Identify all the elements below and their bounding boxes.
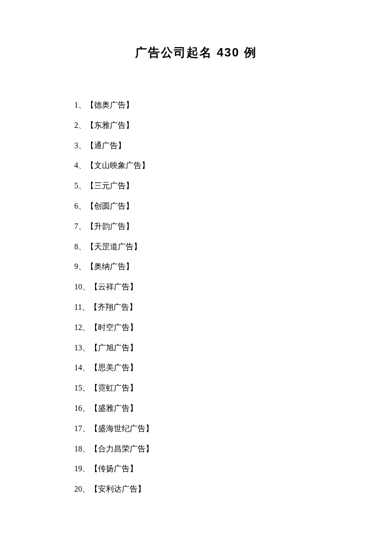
list-item: 8、【天罡道广告】 [74,237,318,257]
list-item: 10、【云祥广告】 [74,277,318,297]
list-item: 13、【广旭广告】 [74,338,318,358]
list-item: 12、【时空广告】 [74,318,318,338]
list-item: 1、【德奥广告】 [74,95,318,115]
list-item: 2、【东雅广告】 [74,115,318,136]
list-item: 20、【安利达广告】 [74,479,318,500]
list-item: 4、【文山映象广告】 [74,156,318,176]
list-item: 7、【升韵广告】 [74,217,318,237]
list-item: 3、【通广告】 [74,136,318,156]
list-item: 19、【传扬广告】 [74,459,318,479]
company-name-list: 1、【德奥广告】 2、【东雅广告】 3、【通广告】 4、【文山映象广告】 5、【… [74,95,318,500]
list-item: 11、【齐翔广告】 [74,297,318,318]
list-item: 5、【三元广告】 [74,176,318,196]
list-item: 16、【盛雅广告】 [74,398,318,419]
list-item: 9、【奥纳广告】 [74,257,318,277]
page-title: 广告公司起名 430 例 [74,45,318,60]
list-item: 18、【合力昌荣广告】 [74,439,318,459]
document-page: 广告公司起名 430 例 1、【德奥广告】 2、【东雅广告】 3、【通广告】 4… [0,0,392,500]
list-item: 17、【盛海世纪广告】 [74,419,318,439]
list-item: 6、【创圆广告】 [74,196,318,217]
list-item: 14、【思美广告】 [74,358,318,378]
list-item: 15、【霓虹广告】 [74,378,318,398]
